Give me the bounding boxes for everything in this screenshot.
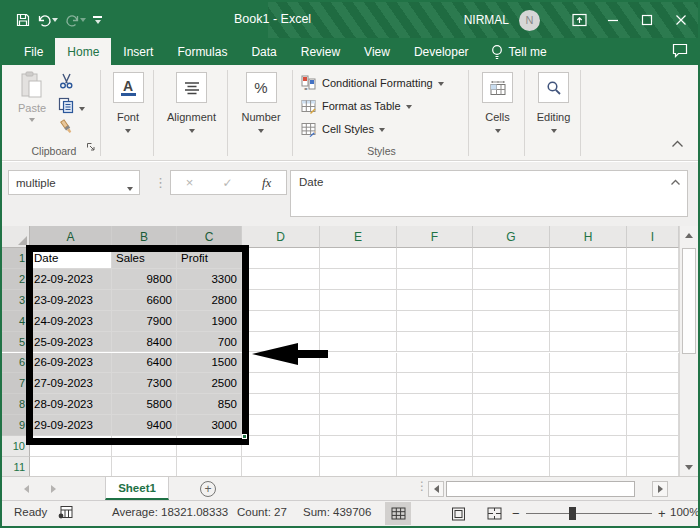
undo-button[interactable] [37,14,58,27]
scroll-down-arrow[interactable] [680,458,698,476]
cell-E3[interactable] [320,290,397,311]
cell-E8[interactable] [320,394,397,415]
zoom-out-icon[interactable]: − [512,506,520,521]
cell-D10[interactable] [242,436,320,457]
cell-I4[interactable] [627,311,679,332]
cell-E1[interactable] [320,248,397,269]
font-group[interactable]: A Font [103,65,153,161]
cell-G4[interactable] [473,311,550,332]
customize-qat-button[interactable] [93,16,102,24]
cell-E7[interactable] [320,373,397,394]
hscroll-right-arrow[interactable] [652,481,668,497]
redo-button[interactable] [65,14,86,27]
font-group-caret[interactable] [125,129,131,133]
row-header-11[interactable]: 11 [2,457,30,476]
cell-F8[interactable] [397,394,473,415]
insert-function-icon[interactable]: fx [262,175,271,191]
cell-E11[interactable] [320,457,397,476]
cell-A11[interactable] [30,457,112,476]
enter-icon[interactable]: ✓ [223,176,233,190]
fill-handle[interactable] [242,434,247,439]
cell-I10[interactable] [627,436,679,457]
alignment-group-icon[interactable] [176,72,207,103]
redo-dropdown-caret[interactable] [80,18,86,22]
cancel-icon[interactable]: × [186,175,194,190]
col-header-G[interactable]: G [473,226,550,248]
paste-dropdown-caret[interactable] [29,118,35,122]
name-box-dropdown-caret[interactable] [127,187,133,191]
col-header-F[interactable]: F [397,226,473,248]
cell-F1[interactable] [397,248,473,269]
status-count[interactable]: Count: 27 [237,506,287,518]
minimize-button[interactable] [596,2,630,38]
formula-bar-grip[interactable]: ⋮ [154,170,167,195]
cell-G2[interactable] [473,269,550,290]
tell-me-box[interactable]: Tell me [481,38,557,65]
formula-bar[interactable]: Date [290,170,688,217]
cell-H11[interactable] [550,457,627,476]
cell-H2[interactable] [550,269,627,290]
conditional-formatting-button[interactable]: ₌ Conditional Formatting [301,73,444,93]
cell-F2[interactable] [397,269,473,290]
undo-dropdown-caret[interactable] [52,18,58,22]
status-average[interactable]: Average: 18321.08333 [112,506,228,518]
editing-group-icon[interactable] [538,72,569,103]
cell-D11[interactable] [242,457,320,476]
close-button[interactable] [664,2,698,38]
cell-F10[interactable] [397,436,473,457]
number-group-caret[interactable] [258,129,264,133]
cell-H9[interactable] [550,415,627,436]
cell-C11[interactable] [177,457,242,476]
tab-formulas[interactable]: Formulas [165,38,239,65]
cell-H5[interactable] [550,332,627,353]
collapse-ribbon-button[interactable] [671,134,684,152]
cell-H1[interactable] [550,248,627,269]
cell-I8[interactable] [627,394,679,415]
tab-developer[interactable]: Developer [402,38,481,65]
page-layout-view-button[interactable] [445,502,471,525]
cell-G8[interactable] [473,394,550,415]
zoom-level[interactable]: 100% [670,506,699,518]
cell-I11[interactable] [627,457,679,476]
cell-H4[interactable] [550,311,627,332]
cell-G10[interactable] [473,436,550,457]
cell-I3[interactable] [627,290,679,311]
number-group[interactable]: % Number [230,65,292,161]
prev-sheet-arrow[interactable] [24,485,29,493]
cell-E10[interactable] [320,436,397,457]
cell-F3[interactable] [397,290,473,311]
format-painter-button[interactable] [58,119,75,140]
cell-F6[interactable] [397,353,473,374]
scroll-up-arrow[interactable] [680,226,698,244]
zoom-slider-thumb[interactable] [569,507,576,520]
format-as-table-button[interactable]: Format as Table [301,96,412,116]
cell-H7[interactable] [550,373,627,394]
collapse-formula-bar-button[interactable] [670,176,681,188]
horizontal-scrollbar-thumb[interactable] [446,481,635,497]
macro-record-icon[interactable] [58,505,73,521]
hscroll-left-arrow[interactable] [428,481,444,497]
cell-G6[interactable] [473,353,550,374]
number-group-icon[interactable]: % [246,72,277,103]
cell-D7[interactable] [242,373,320,394]
tab-review[interactable]: Review [289,38,352,65]
zoom-in-icon[interactable]: + [658,506,666,521]
cell-I1[interactable] [627,248,679,269]
cell-F5[interactable] [397,332,473,353]
cell-D1[interactable] [242,248,320,269]
cell-H6[interactable] [550,353,627,374]
cell-E4[interactable] [320,311,397,332]
cell-G5[interactable] [473,332,550,353]
cell-F4[interactable] [397,311,473,332]
cell-G11[interactable] [473,457,550,476]
cell-styles-button[interactable]: Cell Styles [301,119,385,139]
cell-E9[interactable] [320,415,397,436]
cell-G9[interactable] [473,415,550,436]
copy-button[interactable] [58,97,85,114]
cell-H3[interactable] [550,290,627,311]
cell-F9[interactable] [397,415,473,436]
cell-E6[interactable] [320,353,397,374]
alignment-group[interactable]: Alignment [156,65,227,161]
col-header-I[interactable]: I [627,226,679,248]
cell-I5[interactable] [627,332,679,353]
